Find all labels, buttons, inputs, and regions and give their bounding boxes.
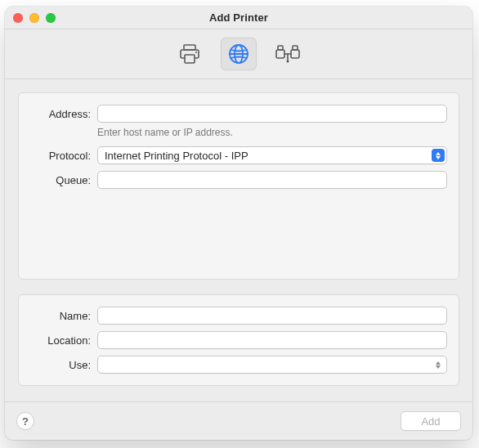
minimize-window-button[interactable] bbox=[29, 13, 39, 23]
location-label: Location: bbox=[30, 334, 91, 347]
use-label: Use: bbox=[30, 359, 91, 371]
bottom-bar: ? Add bbox=[5, 401, 472, 440]
svg-point-13 bbox=[287, 60, 289, 63]
protocol-label: Protocol: bbox=[30, 150, 91, 162]
tab-default-printers[interactable] bbox=[172, 38, 208, 70]
svg-rect-10 bbox=[293, 46, 298, 50]
zoom-window-button[interactable] bbox=[46, 13, 56, 23]
address-label: Address: bbox=[30, 108, 91, 120]
network-printer-icon bbox=[275, 43, 301, 65]
globe-icon bbox=[228, 43, 249, 65]
printer-icon bbox=[178, 43, 201, 65]
toolbar bbox=[5, 29, 472, 79]
address-hint: Enter host name or IP address. bbox=[97, 127, 233, 138]
location-input[interactable] bbox=[97, 331, 447, 349]
titlebar: Add Printer bbox=[5, 7, 472, 29]
queue-label: Queue: bbox=[30, 174, 91, 186]
window-title: Add Printer bbox=[5, 11, 472, 24]
updown-icon bbox=[432, 358, 445, 371]
tab-ip-printers[interactable] bbox=[221, 38, 257, 70]
close-window-button[interactable] bbox=[13, 13, 23, 23]
add-button[interactable]: Add bbox=[401, 411, 461, 431]
content-area: Address: Enter host name or IP address. … bbox=[5, 79, 472, 401]
address-input[interactable] bbox=[97, 105, 447, 123]
connection-panel: Address: Enter host name or IP address. … bbox=[18, 92, 459, 280]
svg-rect-7 bbox=[276, 50, 284, 58]
updown-icon bbox=[432, 149, 445, 162]
svg-point-3 bbox=[195, 52, 197, 53]
svg-rect-2 bbox=[185, 55, 195, 63]
add-printer-window: Add Printer bbox=[5, 7, 472, 440]
window-controls bbox=[13, 13, 56, 23]
help-button[interactable]: ? bbox=[16, 412, 34, 430]
svg-rect-9 bbox=[291, 50, 299, 58]
protocol-select[interactable]: Internet Printing Protocol - IPP bbox=[97, 146, 447, 164]
queue-input[interactable] bbox=[97, 171, 447, 189]
svg-rect-8 bbox=[278, 46, 283, 50]
protocol-value: Internet Printing Protocol - IPP bbox=[105, 150, 248, 162]
name-label: Name: bbox=[30, 310, 91, 322]
use-select[interactable] bbox=[97, 356, 447, 374]
tab-windows-printers[interactable] bbox=[270, 38, 306, 70]
svg-rect-0 bbox=[184, 45, 195, 50]
printer-info-panel: Name: Location: Use: bbox=[18, 294, 459, 386]
name-input[interactable] bbox=[97, 307, 447, 325]
